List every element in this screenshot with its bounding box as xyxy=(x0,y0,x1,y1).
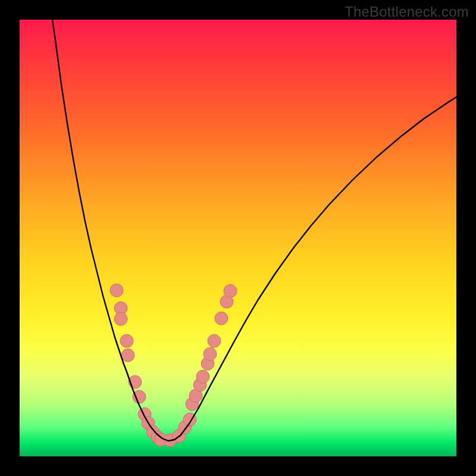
bottleneck-curve-path xyxy=(52,20,456,441)
curve-marker xyxy=(114,312,127,325)
curve-marker xyxy=(110,284,123,297)
bottleneck-curve-svg xyxy=(20,20,456,456)
plot-area xyxy=(20,20,456,456)
curve-marker xyxy=(120,334,133,347)
chart-frame: TheBottleneck.com xyxy=(0,0,476,476)
curve-marker xyxy=(196,370,209,383)
curve-marker xyxy=(203,347,217,361)
curve-marker xyxy=(208,334,221,347)
marker-layer xyxy=(110,284,237,447)
curve-marker xyxy=(224,284,237,298)
curve-marker xyxy=(121,349,134,362)
watermark-label: TheBottleneck.com xyxy=(345,4,469,20)
curve-marker xyxy=(215,312,228,325)
